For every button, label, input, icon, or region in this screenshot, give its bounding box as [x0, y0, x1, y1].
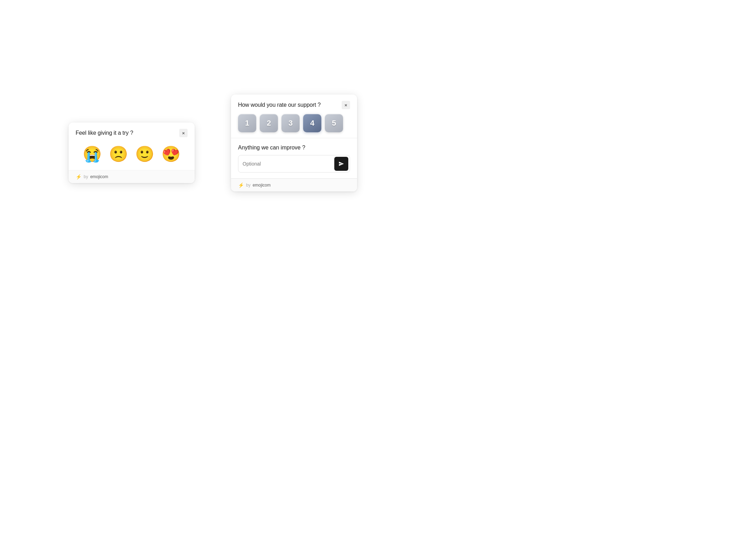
- right-widget-title: How would you rate our support ?: [238, 102, 321, 108]
- left-widget-footer: ⚡ by emojicom: [69, 170, 195, 183]
- left-widget-title: Feel like giving it a try ?: [76, 130, 133, 136]
- improve-label: Anything we can improve ?: [238, 145, 350, 151]
- left-footer-lightning-icon: ⚡: [76, 174, 82, 180]
- emoji-very-sad-button[interactable]: 😭: [83, 146, 102, 162]
- right-footer-brand-label: emojicom: [253, 183, 271, 188]
- left-widget: Feel like giving it a try ? × 😭 🙁 🙂 😍 ⚡ …: [69, 122, 195, 183]
- left-widget-header: Feel like giving it a try ? ×: [69, 122, 195, 142]
- right-footer-lightning-icon: ⚡: [238, 182, 244, 188]
- rating-button-2[interactable]: 2: [260, 114, 278, 132]
- rating-button-4[interactable]: 4: [303, 114, 321, 132]
- rating-button-1[interactable]: 1: [238, 114, 256, 132]
- emoji-love-button[interactable]: 😍: [161, 146, 181, 162]
- emoji-rating-row: 😭 🙁 🙂 😍: [69, 142, 195, 170]
- left-widget-close-button[interactable]: ×: [179, 129, 188, 137]
- right-widget-inner: How would you rate our support ? × 1 2 3…: [231, 94, 357, 191]
- improvement-input[interactable]: [243, 157, 331, 171]
- right-widget-header: How would you rate our support ? ×: [238, 101, 350, 109]
- right-widget-footer: ⚡ by emojicom: [231, 178, 357, 191]
- left-footer-brand-label: emojicom: [90, 174, 108, 179]
- right-footer-by-label: by: [246, 183, 251, 188]
- right-widget-close-button[interactable]: ×: [342, 101, 350, 109]
- text-input-section: Anything we can improve ?: [231, 138, 357, 178]
- number-rating-row: 1 2 3 4 5: [238, 114, 350, 132]
- emoji-happy-button[interactable]: 🙂: [135, 146, 154, 162]
- send-icon: [338, 161, 344, 167]
- rating-button-3[interactable]: 3: [281, 114, 300, 132]
- number-rating-section: How would you rate our support ? × 1 2 3…: [231, 94, 357, 138]
- send-button[interactable]: [334, 157, 348, 171]
- text-input-row: [238, 155, 350, 173]
- right-widget: How would you rate our support ? × 1 2 3…: [231, 94, 357, 191]
- left-footer-by-label: by: [84, 174, 88, 179]
- emoji-sad-button[interactable]: 🙁: [109, 146, 128, 162]
- rating-button-5[interactable]: 5: [325, 114, 343, 132]
